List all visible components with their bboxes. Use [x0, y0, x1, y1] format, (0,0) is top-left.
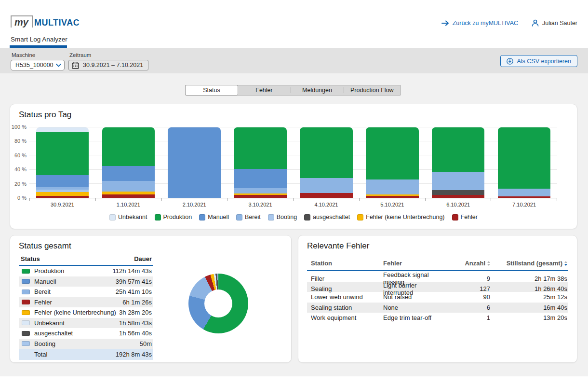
status-per-day-title: Status pro Tag [19, 110, 71, 120]
back-to-mymultivac-link[interactable]: Zurück zu myMULTIVAC [441, 20, 518, 27]
error-row-sealing: SealingLight barrier interrupted1271h 26… [307, 282, 568, 292]
status-label: Unbekannt [34, 319, 119, 327]
bar-group-5-10-2021 [359, 127, 425, 198]
legend-item-ausgeschaltet[interactable]: ausgeschaltet [304, 214, 350, 221]
y-axis-labels: 0 %20 %40 %60 %80 %100 % [10, 127, 27, 198]
x-axis-ticks [29, 198, 557, 201]
stacked-bar [300, 127, 353, 198]
bar-segment-produktion [432, 127, 485, 172]
legend-item-produktion[interactable]: Produktion [155, 214, 192, 221]
bar-group-7-10-2021 [491, 127, 557, 198]
x-tick-label: 30.9.2021 [29, 202, 95, 207]
status-row-bereit: Bereit25h 41m 10s [19, 287, 153, 297]
bar-segment-manuell [234, 169, 287, 188]
total-label: Total [34, 351, 116, 358]
status-duration: 6h 1m 26s [122, 299, 152, 306]
tab-fehler[interactable]: Fehler [238, 85, 291, 95]
status-color-chip [22, 279, 30, 284]
legend-label: Fehler (keine Unterbrechung) [366, 214, 444, 221]
period-label: Zeitraum [69, 52, 91, 58]
user-menu[interactable]: Julian Sauter [532, 19, 577, 27]
legend-swatch [304, 214, 310, 221]
legend-item-manuell[interactable]: Manuell [199, 214, 229, 221]
bar-group-3-10-2021 [227, 127, 294, 198]
col-stillstand-sort[interactable]: Stillstand (gesamt) [490, 260, 567, 267]
bar-segment-bereit [432, 172, 485, 190]
period-value: 30.9.2021 – 7.10.2021 [83, 62, 143, 69]
status-duration: 25h 41m 10s [116, 288, 152, 295]
error-count: 6 [444, 304, 490, 311]
legend-label: Unbekannt [118, 214, 147, 221]
legend-item-fehler[interactable]: Fehler [452, 214, 478, 221]
legend-item-fehler-keine-unterbrechung[interactable]: Fehler (keine Unterbrechung) [357, 214, 444, 221]
col-anzahl-sort[interactable]: Anzahl [444, 260, 490, 267]
bar-segment-fehler [432, 195, 485, 198]
donut-hole [204, 290, 232, 317]
tab-production-flow[interactable]: Production Flow [344, 85, 401, 95]
tab-status[interactable]: Status [185, 85, 238, 96]
x-tick-mark [162, 198, 228, 201]
legend-item-booting[interactable]: Booting [268, 214, 297, 221]
export-csv-label: Als CSV exportieren [517, 58, 571, 65]
stacked-bar-chart [29, 127, 557, 198]
app-tab-smart-log-analyzer[interactable]: Smart Log Analyzer [11, 36, 67, 43]
legend-label: Produktion [163, 214, 192, 221]
stacked-bar [168, 127, 221, 198]
relevant-errors-table-header: Station Fehler Anzahl Stillstand (gesamt… [307, 258, 568, 271]
x-tick-label: 7.10.2021 [491, 202, 557, 207]
error-station: Work equipment [311, 314, 383, 321]
calendar-icon [72, 62, 79, 69]
relevant-errors-rows: FillerFeedback signal missing92h 17m 38s… [307, 271, 568, 323]
bar-segment-manuell [36, 175, 89, 187]
status-color-chip [22, 269, 30, 274]
bar-segment-produktion [498, 127, 551, 189]
x-tick-label: 2.10.2021 [161, 202, 227, 207]
status-label: ausgeschaltet [34, 330, 119, 337]
status-row-manuell: Manuell39h 57m 41s [19, 276, 153, 287]
col-stillstand-label: Stillstand (gesamt) [507, 260, 562, 267]
machine-select-value: R535_100000 [15, 62, 53, 69]
error-downtime: 16m 40s [490, 304, 567, 311]
x-tick-mark [227, 198, 294, 201]
status-color-chip [22, 290, 30, 294]
x-axis-labels: 30.9.20211.10.20212.10.20213.10.20214.10… [29, 202, 557, 207]
status-duration: 1h 56m 40s [119, 330, 152, 337]
mymultivac-logo: my MULTIVAC [11, 15, 80, 28]
status-color-chip [22, 341, 30, 346]
stacked-bar [102, 127, 155, 198]
error-row-lower-web-unwind: Lower web unwindNot raised9025m 12s [307, 292, 568, 303]
stacked-bar [36, 127, 89, 198]
period-date-range-field[interactable]: 30.9.2021 – 7.10.2021 [68, 60, 148, 70]
y-tick-label: 0 % [17, 195, 27, 201]
status-row-unbekannt: Unbekannt1h 58m 43s [19, 318, 153, 329]
legend-item-bereit[interactable]: Bereit [236, 214, 261, 221]
export-csv-button[interactable]: Als CSV exportieren [500, 55, 577, 67]
error-station: Filler [311, 275, 383, 282]
status-label: Fehler (keine Unterbrechung) [34, 309, 119, 316]
bar-segment-produktion [36, 132, 89, 175]
filter-bar: Maschine R535_100000 Zeitraum [0, 48, 588, 73]
col-fehler: Fehler [383, 260, 444, 267]
x-tick-label: 5.10.2021 [359, 202, 425, 207]
status-duration: 39h 57m 41s [116, 278, 152, 285]
machine-select[interactable]: R535_100000 [11, 60, 65, 70]
legend-item-unbekannt[interactable]: Unbekannt [109, 214, 147, 221]
back-link-label: Zurück zu myMULTIVAC [453, 20, 518, 27]
status-row-produktion: Produktion112h 14m 43s [19, 266, 153, 276]
error-row-sealing-station: Sealing stationNone616m 40s [307, 303, 568, 313]
x-tick-mark [29, 198, 96, 201]
status-total-table: Status Dauer Produktion112h 14m 43sManue… [19, 254, 153, 360]
error-count: 9 [444, 275, 490, 282]
view-tabs: StatusFehlerMeldungenProduction Flow [185, 85, 401, 96]
legend-label: Manuell [208, 214, 229, 221]
sort-icon-stillstand-desc [564, 261, 567, 266]
bar-segment-bereit [366, 179, 419, 194]
y-tick-label: 100 % [12, 124, 27, 130]
legend-swatch [357, 214, 363, 221]
bar-segment-manuell [168, 127, 221, 198]
tab-meldungen[interactable]: Meldungen [291, 85, 344, 95]
status-row-ausgeschaltet: ausgeschaltet1h 56m 40s [19, 328, 153, 339]
bar-segment-fehler [36, 196, 89, 198]
legend-label: Booting [277, 214, 297, 221]
legend-swatch [199, 214, 205, 221]
